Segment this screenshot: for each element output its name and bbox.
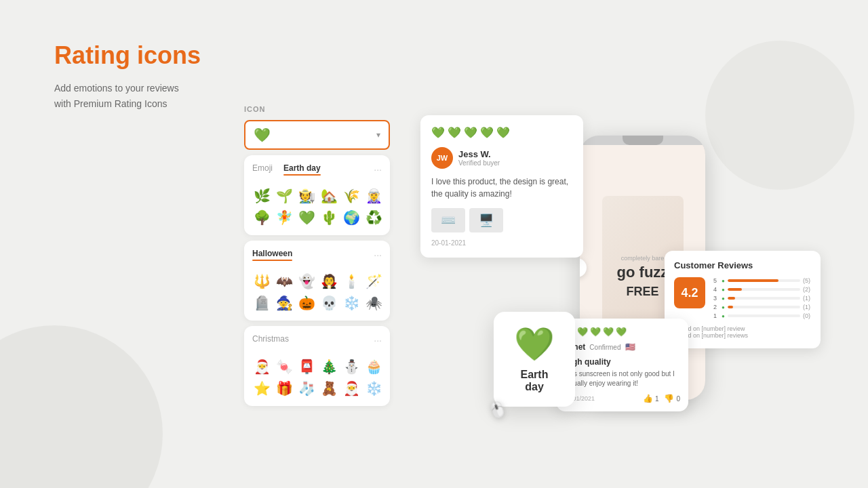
emoji-item[interactable]: 🧝‍♀️ [364, 186, 384, 205]
emoji-item[interactable]: ❄️ [342, 293, 361, 312]
helpful-up-button[interactable]: 👍 1 [643, 394, 659, 403]
tab-halloween[interactable]: Halloween [252, 249, 292, 261]
tab-christmas[interactable]: Christmas [252, 334, 289, 346]
emoji-item[interactable]: 🎅 [342, 379, 361, 398]
mobile-review-footer: 01/01/2021 👍 1 👎 0 [564, 394, 680, 403]
cr-bar-label: 1 [713, 312, 719, 319]
emoji-item[interactable]: 🧦 [297, 379, 317, 398]
emoji-item[interactable]: 🌍 [342, 208, 361, 227]
emoji-item[interactable]: 🌵 [319, 208, 339, 227]
halloween-more-icon[interactable]: ··· [374, 249, 382, 260]
cr-bar-label: 5 [713, 277, 719, 284]
christmas-tab-header: Christmas ··· [252, 334, 382, 350]
tab-emoji[interactable]: Emoji [252, 163, 273, 176]
mobile-review-card: 💚 💚 💚 💚 💚 Janet Confirmed 🇺🇸 High qualit… [556, 319, 688, 411]
review-card-desktop: 💚 💚 💚 💚 💚 JW Jess W. Verified buyer I lo… [420, 115, 583, 258]
mobile-review-text: This sunscreen is not only good but I ac… [564, 369, 680, 388]
emoji-item[interactable]: 🪄 [364, 272, 384, 291]
cr-bar-label: 4 [713, 286, 719, 293]
cr-bar-dot: ● [722, 313, 725, 319]
review-stars: 💚 💚 💚 💚 💚 [431, 126, 572, 139]
cr-bar-row: 1 ● (0) [713, 312, 811, 319]
emoji-item[interactable]: 🎃 [297, 293, 317, 312]
cr-bars: 5 ● (5) 4 ● (2) 3 ● (1) [713, 277, 811, 321]
emoji-item[interactable]: 🧸 [319, 379, 339, 398]
star-icon: 💚 [431, 126, 445, 139]
cr-bar-dot: ● [722, 287, 725, 293]
reviewer-name: Jess W. [458, 149, 500, 159]
reviewer-details: Jess W. Verified buyer [458, 149, 500, 167]
tab-earthday[interactable]: Earth day [283, 163, 321, 176]
cr-content: 4.2 5 ● (5) 4 ● (2) 3 ● ( [674, 277, 811, 321]
emoji-item[interactable]: 🌳 [252, 208, 272, 227]
emoji-item[interactable]: 🎄 [319, 357, 339, 376]
halloween-tab-section: Halloween ··· 🔱 🦇 👻 🧛 🕯️ 🪄 🪦 🧙 🎃 💀 ❄️ 🕷️ [244, 241, 390, 321]
emoji-item[interactable]: 💀 [319, 293, 339, 312]
left-panel: Rating icons Add emotions to your review… [54, 41, 231, 111]
emoji-item[interactable]: 🧁 [364, 357, 384, 376]
emoji-item[interactable]: ❄️ [364, 379, 384, 398]
page-title: Rating icons [54, 41, 231, 70]
thumbs-up-icon: 👍 [643, 394, 653, 403]
emoji-item[interactable]: 🪦 [252, 293, 272, 312]
phone-notch [623, 136, 663, 145]
cr-score: 4.2 [674, 277, 705, 308]
emoji-item[interactable]: 🧚 [275, 208, 294, 227]
emoji-item[interactable]: 👻 [297, 272, 317, 291]
tab-more-icon[interactable]: ··· [374, 164, 382, 175]
halloween-tab-header: Halloween ··· [252, 249, 382, 265]
mobile-review-title: High quality [564, 357, 680, 367]
dropdown-emoji: 💚 [254, 127, 271, 143]
cr-info-text: Based on [number] review [674, 325, 811, 332]
emoji-item[interactable]: 🌿 [252, 186, 272, 205]
emoji-item[interactable]: 🦇 [275, 272, 294, 291]
emoji-item[interactable]: 🕯️ [342, 272, 361, 291]
emoji-item[interactable]: 📮 [297, 357, 317, 376]
emoji-item[interactable]: 🎁 [275, 379, 294, 398]
icon-dropdown[interactable]: 💚 ▾ [244, 120, 390, 150]
tab-header: Emoji Earth day ··· [252, 163, 382, 180]
page-subtitle: Add emotions to your reviews with Premiu… [54, 81, 231, 111]
emoji-item[interactable]: 🌱 [275, 186, 294, 205]
mobile-star: 💚 [616, 327, 627, 337]
cr-bar-track [728, 314, 800, 317]
emoji-item[interactable]: 🕷️ [364, 293, 384, 312]
emoji-item[interactable]: 💚 [297, 208, 317, 227]
cr-bar-track [728, 297, 800, 300]
christmas-more-icon[interactable]: ··· [374, 335, 382, 346]
reviewer-avatar: JW [431, 147, 453, 169]
earthday-emoji-grid: 🌿 🌱 🧑‍🌾 🏡 🌾 🧝‍♀️ 🌳 🧚 💚 🌵 🌍 ♻️ [252, 186, 382, 227]
star-icon: 💚 [448, 126, 461, 139]
mobile-confirmed: Confirmed [589, 344, 620, 351]
helpful-down-button[interactable]: 👎 0 [664, 394, 680, 403]
mobile-helpful: 👍 1 👎 0 [643, 394, 680, 403]
cr-title: Customer Reviews [674, 260, 811, 270]
emoji-item[interactable]: ♻️ [364, 208, 384, 227]
cr-bar-count: (1) [803, 295, 811, 302]
cr-bar-count: (2) [803, 286, 811, 293]
emoji-item[interactable]: 🎅 [252, 357, 272, 376]
emoji-item[interactable]: 🌾 [342, 186, 361, 205]
mobile-flag: 🇺🇸 [625, 342, 635, 352]
icon-selector-panel: ICON 💚 ▾ Emoji Earth day ··· 🌿 🌱 🧑‍🌾 🏡 🌾… [244, 105, 390, 411]
page-container: Rating icons Add emotions to your review… [0, 0, 868, 488]
phone-brand: completely bare [617, 254, 669, 263]
emoji-item[interactable]: 🍬 [275, 357, 294, 376]
emoji-item[interactable]: 🧙 [275, 293, 294, 312]
cr-bar-track [728, 306, 800, 308]
cr-bar-row: 2 ● (1) [713, 304, 811, 310]
emoji-item[interactable]: 🔱 [252, 272, 272, 291]
reviewer-info: JW Jess W. Verified buyer [431, 147, 572, 169]
phone-product-name: go fuzz [617, 262, 669, 283]
emoji-item[interactable]: 🏡 [319, 186, 339, 205]
star-icon: 💚 [496, 126, 510, 139]
cr-bar-track [728, 279, 800, 282]
emoji-item[interactable]: 🧛 [319, 272, 339, 291]
thumbs-down-icon: 👎 [664, 394, 674, 403]
cr-bar-track [728, 288, 800, 291]
verified-badge: Verified buyer [458, 159, 500, 167]
emoji-item[interactable]: ⭐ [252, 379, 272, 398]
emoji-item[interactable]: 🧑‍🌾 [297, 186, 317, 205]
helpful-up-count: 1 [655, 395, 659, 403]
emoji-item[interactable]: ⛄ [342, 357, 361, 376]
